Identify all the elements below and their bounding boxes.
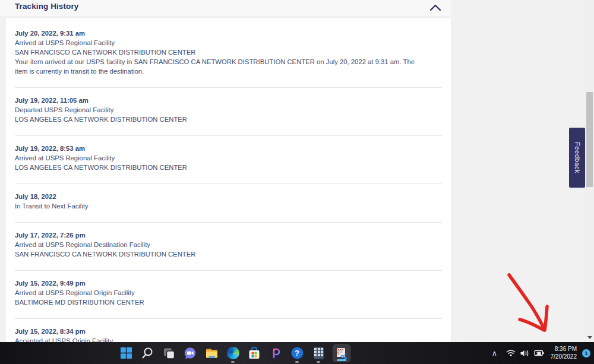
windows-start-icon [120, 347, 132, 359]
search-button[interactable] [140, 343, 154, 363]
chevron-up-icon [429, 3, 442, 12]
tracking-entry: July 15, 2022, 8:34 pm Accepted at USPS … [15, 318, 442, 342]
notification-count: 1 [584, 350, 587, 356]
file-explorer-icon [205, 347, 219, 360]
active-window-indicator [337, 359, 346, 361]
edge-button[interactable] [226, 343, 240, 363]
usps-tracking-page: Tracking History July 20, 2022, 9:31 am … [0, 0, 594, 364]
tray-status-icons[interactable] [506, 349, 545, 357]
tracking-entry: July 20, 2022, 9:31 am Arrived at USPS R… [15, 21, 442, 87]
tracking-entry: July 17, 2022, 7:26 pm Arrived at USPS R… [15, 222, 442, 270]
entry-status: Departed USPS Regional Facility [15, 105, 442, 115]
entry-status: In Transit to Next Facility [15, 201, 442, 211]
entry-date: July 15, 2022, 9:49 pm [15, 278, 442, 288]
entry-location: LOS ANGELES CA NETWORK DISTRIBUTION CENT… [15, 115, 442, 124]
snipping-tool-button[interactable] [333, 344, 350, 362]
entry-date: July 17, 2022, 7:26 pm [15, 230, 442, 240]
system-tray: ∧ 8:36 [488, 342, 591, 364]
wifi-icon [506, 349, 516, 357]
file-explorer-button[interactable] [204, 343, 219, 363]
entry-location: LOS ANGELES CA NETWORK DISTRIBUTION CENT… [15, 163, 442, 172]
entry-description: Your item arrived at our USPS facility i… [15, 57, 429, 76]
tray-time: 8:36 PM [551, 346, 577, 353]
red-arrow-annotation [493, 264, 558, 337]
taskbar-icon-group: ? [119, 342, 350, 364]
entry-location: SAN FRANCISCO CA NETWORK DISTRIBUTION CE… [15, 249, 442, 259]
entry-date: July 20, 2022, 9:31 am [15, 29, 442, 38]
chat-button[interactable] [183, 343, 197, 363]
tracking-entry: July 19, 2022, 8:53 am Arrived at USPS R… [15, 135, 442, 183]
snipping-tool-icon [335, 347, 348, 360]
running-indicator [295, 361, 299, 363]
entry-date: July 19, 2022, 8:53 am [15, 144, 442, 153]
task-view-button[interactable] [162, 343, 176, 363]
microsoft-store-button[interactable] [247, 343, 261, 363]
tracking-entry: July 15, 2022, 9:49 pm Arrived at USPS R… [15, 270, 442, 318]
get-help-question-icon: ? [291, 347, 304, 359]
taskbar-clock[interactable]: 8:36 PM 7/20/2022 [551, 346, 577, 360]
entry-status: Arrived at USPS Regional Facility [15, 38, 442, 48]
page-title: Tracking History [15, 2, 78, 11]
hidden-icons-chevron-icon[interactable]: ∧ [488, 349, 501, 357]
tracking-entry: July 18, 2022 In Transit to Next Facilit… [15, 183, 442, 222]
tracking-history-header[interactable]: Tracking History [0, 0, 451, 17]
entry-status: Arrived at USPS Regional Origin Facility [15, 288, 442, 297]
feedback-label: Feedback [574, 142, 581, 173]
collapse-section-button[interactable] [429, 3, 442, 12]
feedback-button[interactable]: Feedback [569, 128, 585, 188]
entry-status: Accepted at USPS Origin Facility [15, 336, 442, 342]
calculator-icon [314, 347, 324, 359]
entry-status: Arrived at USPS Regional Facility [15, 153, 442, 163]
calculator-button[interactable] [311, 343, 326, 363]
chat-teams-icon [184, 347, 197, 360]
p-gradient-app-button[interactable] [268, 343, 283, 363]
volume-icon [520, 349, 530, 357]
start-button[interactable] [119, 343, 133, 363]
microsoft-store-icon [248, 347, 261, 360]
get-help-button[interactable]: ? [290, 343, 304, 363]
entry-date: July 19, 2022, 11:05 am [15, 96, 442, 105]
battery-charging-icon [534, 349, 545, 357]
windows-taskbar: ? [0, 342, 594, 364]
entry-location: SAN FRANCISCO CA NETWORK DISTRIBUTION CE… [15, 48, 442, 57]
search-icon [141, 347, 154, 360]
entry-location: BALTIMORE MD DISTRIBUTION CENTER [15, 297, 442, 307]
scrollbar-track[interactable] [585, 0, 594, 342]
edge-icon [227, 347, 239, 359]
tracking-entry: July 19, 2022, 11:05 am Departed USPS Re… [15, 87, 442, 135]
running-indicator [231, 361, 235, 363]
scrollbar-down-arrow-icon[interactable] [587, 336, 592, 339]
tray-date: 7/20/2022 [551, 353, 577, 361]
entry-date: July 18, 2022 [15, 192, 442, 201]
notification-count-badge[interactable]: 1 [582, 349, 590, 357]
p-gradient-app-icon [269, 347, 282, 360]
running-indicator [317, 361, 320, 363]
entry-date: July 15, 2022, 8:34 pm [15, 327, 442, 336]
tracking-history-list: July 20, 2022, 9:31 am Arrived at USPS R… [6, 18, 451, 342]
entry-status: Arrived at USPS Regional Destination Fac… [15, 240, 442, 249]
task-view-icon [162, 347, 175, 360]
scrollbar-thumb[interactable] [586, 92, 593, 187]
